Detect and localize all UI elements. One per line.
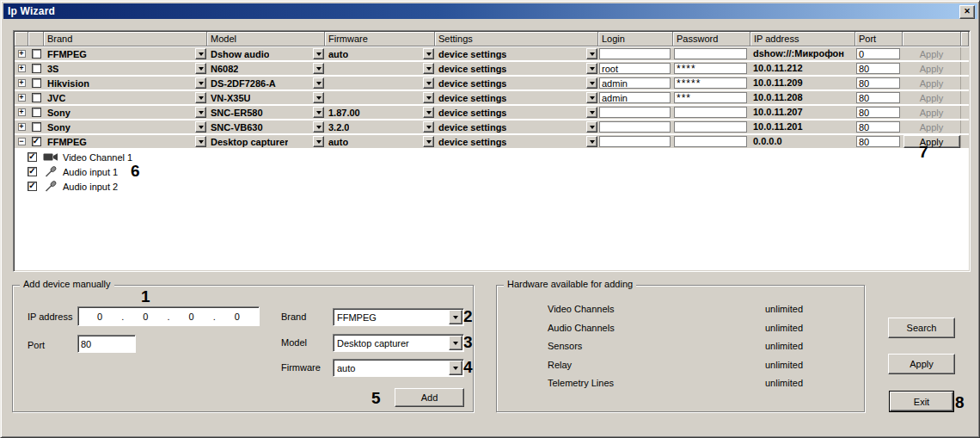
- port-field[interactable]: 80: [856, 121, 900, 133]
- model-dropdown[interactable]: VN-X35U: [207, 91, 325, 104]
- settings-dropdown[interactable]: device settings: [435, 47, 598, 60]
- firmware-select[interactable]: auto: [333, 359, 464, 377]
- model-dropdown[interactable]: Dshow audio: [207, 47, 325, 60]
- header-ip-address[interactable]: IP address: [750, 32, 855, 46]
- port-field[interactable]: 80: [856, 63, 900, 74]
- device-checkbox[interactable]: [32, 93, 41, 102]
- header-firmware[interactable]: Firmware: [325, 32, 435, 46]
- expand-icon[interactable]: +: [18, 108, 26, 116]
- password-field[interactable]: *****: [674, 77, 747, 89]
- expand-icon[interactable]: +: [18, 65, 26, 72]
- dropdown-button[interactable]: [313, 92, 324, 103]
- expand-icon[interactable]: +: [18, 50, 26, 58]
- firmware-dropdown[interactable]: auto: [325, 47, 435, 60]
- settings-dropdown[interactable]: device settings: [435, 77, 598, 89]
- dropdown-button[interactable]: [586, 121, 597, 133]
- dropdown-button[interactable]: [423, 48, 434, 59]
- close-button[interactable]: ✕: [959, 5, 975, 19]
- dropdown-button[interactable]: [423, 107, 434, 118]
- dropdown-button[interactable]: [195, 107, 206, 118]
- expand-icon[interactable]: +: [18, 123, 26, 131]
- brand-dropdown[interactable]: Sony: [44, 106, 207, 119]
- port-input[interactable]: 80: [77, 335, 136, 353]
- dropdown-button[interactable]: [423, 63, 434, 74]
- dropdown-button[interactable]: [449, 310, 462, 324]
- port-field[interactable]: 80: [856, 107, 900, 118]
- dropdown-button[interactable]: [423, 121, 434, 133]
- login-field[interactable]: admin: [599, 77, 671, 89]
- dropdown-button[interactable]: [313, 77, 324, 89]
- dropdown-button[interactable]: [195, 121, 206, 133]
- login-field[interactable]: [599, 48, 671, 59]
- brand-dropdown[interactable]: FFMPEG: [44, 47, 207, 60]
- device-checkbox[interactable]: [32, 122, 41, 132]
- brand-select[interactable]: FFMPEG: [333, 308, 464, 326]
- password-field[interactable]: ***: [674, 92, 747, 103]
- firmware-dropdown[interactable]: auto: [325, 135, 435, 148]
- apply-button[interactable]: Apply: [903, 135, 960, 148]
- expand-icon[interactable]: +: [18, 79, 26, 87]
- device-checkbox[interactable]: [32, 108, 41, 117]
- password-field[interactable]: [674, 107, 747, 118]
- dropdown-button[interactable]: [423, 77, 434, 89]
- dropdown-button[interactable]: [313, 63, 324, 74]
- add-button[interactable]: Add: [395, 388, 464, 407]
- header-brand[interactable]: Brand: [44, 32, 207, 46]
- model-dropdown[interactable]: SNC-VB630: [207, 120, 325, 133]
- firmware-dropdown[interactable]: [325, 77, 435, 89]
- dropdown-button[interactable]: [586, 107, 597, 118]
- model-dropdown[interactable]: Desktop capturer: [207, 135, 325, 148]
- device-checkbox[interactable]: [32, 64, 41, 73]
- dropdown-button[interactable]: [195, 136, 206, 147]
- header-password[interactable]: Password: [673, 32, 750, 46]
- port-field[interactable]: 80: [856, 92, 900, 103]
- login-field[interactable]: [599, 121, 671, 133]
- dropdown-button[interactable]: [586, 92, 597, 103]
- firmware-dropdown[interactable]: 3.2.0: [325, 120, 435, 133]
- port-field[interactable]: 0: [856, 48, 900, 59]
- brand-dropdown[interactable]: FFMPEG: [44, 135, 207, 148]
- dropdown-button[interactable]: [586, 77, 597, 89]
- login-field[interactable]: [599, 107, 671, 118]
- header-model[interactable]: Model: [207, 32, 325, 46]
- port-field[interactable]: 80: [856, 136, 900, 147]
- password-field[interactable]: [674, 136, 747, 147]
- login-field[interactable]: root: [599, 63, 671, 74]
- header-login[interactable]: Login: [598, 32, 673, 46]
- dropdown-button[interactable]: [586, 136, 597, 147]
- password-field[interactable]: [674, 121, 747, 133]
- password-field[interactable]: ****: [674, 63, 747, 74]
- dropdown-button[interactable]: [313, 107, 324, 118]
- apply-all-button[interactable]: Apply: [888, 354, 955, 374]
- password-field[interactable]: [674, 48, 747, 59]
- port-field[interactable]: 80: [856, 77, 900, 89]
- dropdown-button[interactable]: [313, 48, 324, 59]
- dropdown-button[interactable]: [423, 136, 434, 147]
- dropdown-button[interactable]: [586, 63, 597, 74]
- dropdown-button[interactable]: [586, 48, 597, 59]
- dropdown-button[interactable]: [313, 136, 324, 147]
- settings-dropdown[interactable]: device settings: [435, 135, 598, 148]
- search-button[interactable]: Search: [888, 318, 955, 338]
- firmware-dropdown[interactable]: 1.87.00: [325, 106, 435, 119]
- exit-button[interactable]: Exit: [890, 392, 953, 411]
- settings-dropdown[interactable]: device settings: [435, 91, 598, 104]
- settings-dropdown[interactable]: device settings: [435, 120, 598, 133]
- dropdown-button[interactable]: [195, 77, 206, 89]
- model-dropdown[interactable]: DS-2DF7286-A: [207, 77, 325, 89]
- ip-address-input[interactable]: 0.0.0.0: [77, 306, 260, 326]
- dropdown-button[interactable]: [423, 92, 434, 103]
- settings-dropdown[interactable]: device settings: [435, 62, 598, 75]
- device-checkbox[interactable]: [32, 49, 41, 59]
- device-checkbox[interactable]: ✓: [32, 137, 41, 146]
- collapse-icon[interactable]: −: [18, 138, 26, 145]
- expand-icon[interactable]: +: [18, 94, 26, 102]
- model-dropdown[interactable]: N6082: [207, 62, 325, 75]
- model-dropdown[interactable]: SNC-ER580: [207, 106, 325, 119]
- model-select[interactable]: Desktop capturer: [333, 334, 464, 352]
- brand-dropdown[interactable]: Sony: [44, 120, 207, 133]
- firmware-dropdown[interactable]: [325, 62, 435, 75]
- dropdown-button[interactable]: [449, 361, 462, 375]
- channel-checkbox[interactable]: ✓: [28, 182, 37, 191]
- brand-dropdown[interactable]: JVC: [44, 91, 207, 104]
